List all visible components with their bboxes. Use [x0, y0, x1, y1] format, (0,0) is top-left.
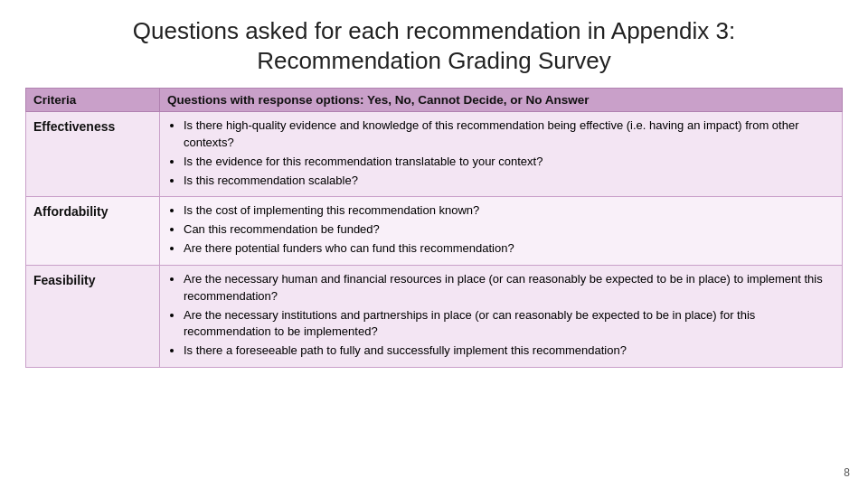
slide-title: Questions asked for each recommendation …: [25, 16, 843, 75]
question-item: Is this recommendation scalable?: [184, 173, 835, 190]
question-item: Is the cost of implementing this recomme…: [184, 202, 835, 220]
question-item: Are there potential funders who can fund…: [184, 240, 835, 258]
table-row: EffectivenessIs there high-quality evide…: [26, 112, 843, 197]
question-item: Are the necessary human and financial re…: [184, 271, 835, 305]
criteria-table: Criteria Questions with response options…: [25, 88, 843, 368]
question-item: Can this recommendation be funded?: [184, 221, 835, 239]
criteria-cell: Effectiveness: [26, 112, 160, 197]
header-questions: Questions with response options: Yes, No…: [160, 89, 843, 112]
table-row: FeasibilityAre the necessary human and f…: [26, 265, 843, 367]
page-number: 8: [844, 466, 850, 479]
table-row: AffordabilityIs the cost of implementing…: [26, 197, 843, 266]
question-item: Is there high-quality evidence and knowl…: [184, 117, 835, 152]
question-item: Are the necessary institutions and partn…: [184, 307, 835, 342]
criteria-cell: Feasibility: [26, 265, 160, 367]
questions-cell: Is there high-quality evidence and knowl…: [160, 112, 843, 197]
header-criteria: Criteria: [26, 89, 160, 112]
question-item: Is the evidence for this recommendation …: [184, 154, 835, 171]
questions-cell: Is the cost of implementing this recomme…: [160, 197, 843, 266]
questions-cell: Are the necessary human and financial re…: [160, 265, 843, 367]
criteria-cell: Affordability: [26, 197, 160, 266]
question-item: Is there a foreseeable path to fully and…: [184, 343, 835, 360]
